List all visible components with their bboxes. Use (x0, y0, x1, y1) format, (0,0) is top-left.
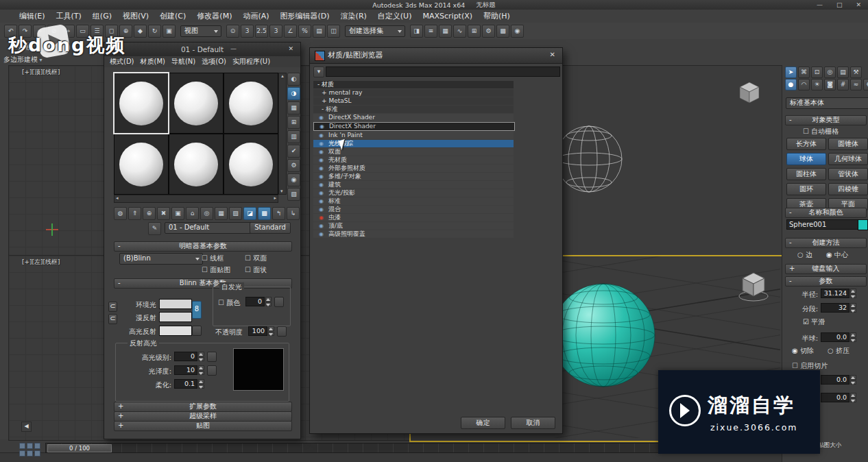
glossiness-map-button[interactable] (207, 365, 217, 376)
ok-button[interactable]: 确定 (461, 417, 505, 429)
toolbar-icon[interactable]: ⊞ (468, 25, 481, 38)
lock-ambient-diffuse-button[interactable]: 8 (192, 301, 202, 319)
object-type-button[interactable]: 管状体 (828, 168, 868, 180)
close-button[interactable]: ✕ (856, 1, 861, 8)
scroll-left-icon[interactable]: ◂ (116, 195, 119, 202)
material-slot[interactable] (169, 73, 223, 133)
toolbar-icon[interactable]: ∿ (453, 25, 466, 38)
sample-hscrollbar[interactable]: ◂ ▸ (114, 195, 278, 203)
toolbar-icon[interactable]: ⌖ (62, 25, 75, 38)
material-editor-tool-icon[interactable]: ▦ (215, 207, 228, 220)
material-list-item[interactable]: DirectX Shader (313, 122, 515, 131)
faceted-checkbox[interactable]: 面状 (245, 265, 267, 275)
material-editor-minimize-button[interactable]: — (230, 45, 237, 52)
command-panel-tab-icon[interactable]: ◎ (824, 66, 836, 78)
create-category-icon[interactable]: ⚙ (863, 79, 868, 90)
material-editor-tool-icon[interactable]: ▥ (287, 130, 300, 143)
toolbar-icon[interactable]: ⊘ (47, 25, 60, 38)
toolbar-icon[interactable]: ▣ (162, 25, 176, 38)
object-name-field[interactable]: Sphere001 (786, 219, 859, 230)
menu-item[interactable]: MAXScript(X) (422, 12, 472, 21)
material-editor-menu-item[interactable]: 模式(D) (110, 57, 134, 66)
teal-sphere[interactable] (552, 284, 655, 387)
smooth-checkbox[interactable]: 平滑 (803, 317, 825, 327)
material-list-item[interactable]: Ink 'n Paint (313, 132, 514, 139)
toolbar-icon[interactable]: 3 (241, 25, 254, 38)
material-editor-tool-icon[interactable]: ▧ (287, 188, 300, 201)
object-type-button[interactable]: 四棱锥 (828, 183, 868, 195)
material-slot[interactable] (169, 134, 223, 194)
scroll-up-icon[interactable]: ▴ (281, 73, 284, 79)
radius-spinner[interactable]: 31.124 (821, 289, 856, 298)
command-panel-tab-icon[interactable]: ⊡ (811, 66, 823, 78)
material-name-dropdown[interactable]: 01 - Default (165, 222, 261, 234)
rollout-maps[interactable]: 贴图 (114, 421, 292, 431)
material-editor-tool-icon[interactable]: ⊞ (287, 116, 300, 129)
create-category-icon[interactable]: ◙ (824, 79, 836, 90)
material-editor-tool-icon[interactable]: ✖ (157, 207, 170, 220)
maximize-button[interactable]: □ (836, 1, 843, 8)
material-editor-close-button[interactable]: ✕ (288, 45, 293, 52)
scroll-down-icon[interactable]: ▾ (280, 189, 283, 194)
glossiness-spinner[interactable]: 10 (174, 365, 204, 375)
opacity-value[interactable]: 100 (248, 326, 267, 336)
opacity-spinner[interactable]: 100 (248, 326, 274, 336)
material-editor-tool-icon[interactable]: ⚙ (287, 159, 300, 172)
material-editor-tool-icon[interactable]: ⌂ (186, 207, 199, 220)
ambient-diffuse-lock-button[interactable]: ⊂ (108, 302, 117, 312)
specular-level-map-button[interactable] (207, 352, 217, 362)
menu-item[interactable]: 帮助(H) (483, 11, 510, 21)
edge-radio[interactable]: 边 (797, 250, 812, 260)
create-category-icon[interactable]: ◠ (798, 79, 810, 90)
toolbar-icon[interactable]: ▤ (313, 25, 326, 38)
toolbar-icon[interactable]: ↶ (4, 25, 17, 38)
material-slot[interactable] (114, 134, 168, 194)
chop-radio[interactable]: 切除 (792, 346, 814, 356)
minimize-button[interactable]: — (817, 1, 823, 8)
rollout-object-type[interactable]: 对象类型 (785, 115, 867, 125)
menu-item[interactable]: 组(G) (93, 11, 112, 21)
toolbar-icon[interactable]: ◨ (410, 25, 423, 38)
enable-slice-checkbox[interactable]: 启用切片 (792, 361, 828, 371)
layout-cell[interactable] (27, 450, 33, 457)
viewport-layout-tabs[interactable] (19, 443, 40, 457)
material-list-item[interactable]: + MetaSL (313, 97, 514, 105)
search-input[interactable] (326, 66, 560, 77)
material-list-item[interactable]: 壳材质 (313, 156, 514, 164)
hemisphere-value[interactable]: 0.0 (821, 332, 849, 342)
toolbar-icon[interactable]: ∞ (33, 25, 46, 38)
create-category-icon[interactable]: ☀ (811, 79, 823, 90)
object-type-button[interactable]: 长方体 (786, 138, 826, 150)
material-editor-tool-icon[interactable]: ▣ (171, 207, 184, 220)
radius-value[interactable]: 31.124 (821, 289, 849, 298)
time-slider[interactable]: 0 / 100 (47, 444, 112, 452)
object-type-button[interactable]: 圆环 (786, 183, 826, 195)
material-list-item[interactable]: 多维/子对象 (313, 173, 514, 180)
material-list-item[interactable]: 顶/底 (313, 222, 514, 230)
create-category-icon[interactable]: ≈ (850, 79, 862, 90)
material-editor-tool-icon[interactable]: ◪ (243, 207, 256, 220)
material-editor-tool-icon[interactable]: ▦ (287, 101, 300, 114)
wireframe-sphere[interactable] (556, 126, 622, 192)
material-slot[interactable] (114, 73, 168, 133)
face-map-checkbox[interactable]: 面贴图 (202, 265, 230, 275)
toolbar-icon[interactable]: ⊙ (226, 25, 239, 38)
material-editor-tool-icon[interactable]: ◎ (200, 207, 213, 220)
material-list-item[interactable]: 无光/投影 (313, 189, 514, 197)
ribbon-tab-modeling[interactable]: 建模 (11, 41, 40, 53)
menu-item[interactable]: 动画(A) (243, 11, 269, 21)
material-editor-tool-icon[interactable]: ▨ (229, 207, 242, 220)
menu-item[interactable]: 创建(C) (160, 11, 186, 21)
toolbar-icon[interactable]: ◆ (134, 25, 147, 38)
material-editor-tool-icon[interactable]: ◍ (114, 207, 127, 220)
self-illum-value[interactable]: 0 (245, 297, 265, 306)
material-list-item[interactable]: DirectX Shader (313, 114, 514, 121)
slice-to-value[interactable]: 0.0 (821, 393, 849, 402)
material-editor-menu-item[interactable]: 选项(O) (202, 57, 226, 66)
material-editor-tool-icon[interactable]: ↰ (272, 207, 285, 220)
cancel-button[interactable]: 取消 (511, 417, 555, 429)
toolbar-icon[interactable]: ▩ (496, 25, 509, 38)
toolbar-icon[interactable]: ⚙ (482, 25, 495, 38)
center-radio[interactable]: 中心 (826, 250, 848, 260)
specular-level-spinner[interactable]: 0 (174, 352, 204, 361)
